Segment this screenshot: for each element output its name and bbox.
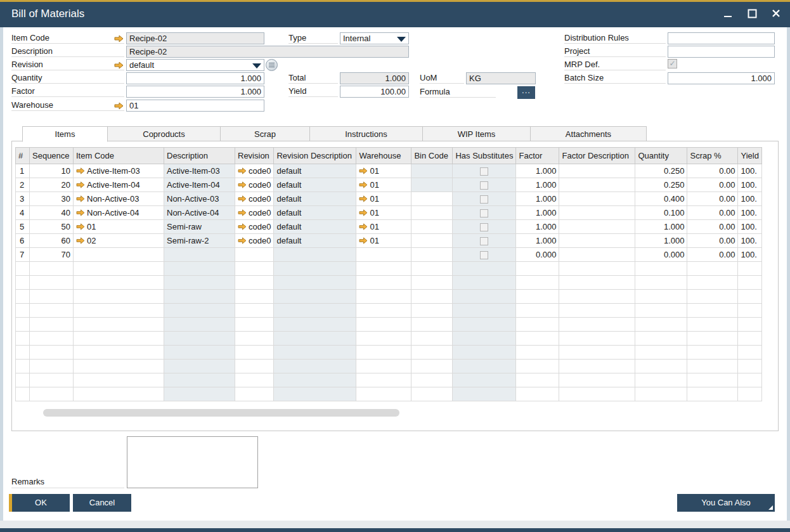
cell-bin-code[interactable] xyxy=(411,234,453,248)
cell-bin-code[interactable] xyxy=(411,346,453,360)
formula-browse-button[interactable]: ... xyxy=(517,86,535,99)
link-arrow-icon[interactable] xyxy=(359,209,368,216)
cell-sequence[interactable] xyxy=(30,332,74,346)
horizontal-scrollbar[interactable] xyxy=(43,409,399,417)
cell-warehouse[interactable] xyxy=(356,290,411,304)
cell-factor-description[interactable] xyxy=(559,290,635,304)
cell-item-code[interactable] xyxy=(74,276,164,290)
cell-revision-description[interactable]: default xyxy=(274,206,356,220)
cell-has-substitutes[interactable] xyxy=(453,332,516,346)
cell-factor[interactable] xyxy=(516,360,559,373)
cell-revision-description[interactable] xyxy=(274,346,356,360)
cell-yield[interactable] xyxy=(738,276,761,290)
cell-has-substitutes[interactable] xyxy=(453,206,516,220)
cell-sequence[interactable] xyxy=(30,318,74,332)
has-substitutes-checkbox[interactable] xyxy=(480,223,488,231)
cell-warehouse[interactable]: 01 xyxy=(356,178,411,192)
cell-revision-description[interactable]: default xyxy=(274,178,356,192)
column-header-description[interactable]: Description xyxy=(164,148,235,164)
cell-factor-description[interactable] xyxy=(559,178,635,192)
cell-item-code[interactable] xyxy=(74,290,164,304)
mrp-def-checkbox[interactable]: ✓ xyxy=(668,59,677,68)
cell-factor-description[interactable] xyxy=(559,220,635,234)
cell-revision[interactable] xyxy=(235,318,274,332)
tab-coproducts[interactable]: Coproducts xyxy=(108,126,221,141)
cell-yield[interactable] xyxy=(738,262,761,276)
type-dropdown-arrow-icon[interactable] xyxy=(397,37,406,42)
cell-revision-description[interactable] xyxy=(274,276,356,290)
cell-description[interactable] xyxy=(164,276,235,290)
cell-yield[interactable]: 100. xyxy=(738,248,761,262)
cell-has-substitutes[interactable] xyxy=(453,276,516,290)
cell-revision-description[interactable] xyxy=(274,304,356,318)
cell-warehouse[interactable] xyxy=(356,248,411,262)
column-header-row-number[interactable]: # xyxy=(16,148,30,164)
cell-factor-description[interactable] xyxy=(559,318,635,332)
cell-scrap-percent[interactable] xyxy=(687,387,738,401)
cell-description[interactable] xyxy=(164,290,235,304)
cell-description[interactable] xyxy=(164,373,235,387)
cell-quantity[interactable] xyxy=(635,332,687,346)
cell-description[interactable]: Semi-raw xyxy=(164,220,235,234)
cell-bin-code[interactable] xyxy=(411,304,453,318)
cell-revision-description[interactable]: default xyxy=(274,234,356,248)
column-header-warehouse[interactable]: Warehouse xyxy=(356,148,411,164)
cell-has-substitutes[interactable] xyxy=(453,360,516,373)
cell-scrap-percent[interactable] xyxy=(687,290,738,304)
link-arrow-icon[interactable] xyxy=(76,167,85,174)
cell-revision-description[interactable] xyxy=(274,360,356,373)
cell-revision[interactable] xyxy=(235,304,274,318)
cell-warehouse[interactable]: 01 xyxy=(356,206,411,220)
column-header-scrap-percent[interactable]: Scrap % xyxy=(687,148,738,164)
cell-bin-code[interactable] xyxy=(411,373,453,387)
cell-factor[interactable]: 0.000 xyxy=(516,248,559,262)
cell-warehouse[interactable] xyxy=(356,346,411,360)
cell-bin-code[interactable] xyxy=(411,262,453,276)
cell-has-substitutes[interactable] xyxy=(453,304,516,318)
item-code-link-arrow-icon[interactable] xyxy=(114,35,124,42)
has-substitutes-checkbox[interactable] xyxy=(480,251,488,259)
cell-has-substitutes[interactable] xyxy=(453,387,516,401)
cell-has-substitutes[interactable] xyxy=(453,192,516,206)
tab-scrap[interactable]: Scrap xyxy=(221,126,310,141)
cell-row-number[interactable] xyxy=(16,373,30,387)
cell-has-substitutes[interactable] xyxy=(453,373,516,387)
cell-sequence[interactable] xyxy=(30,373,74,387)
has-substitutes-checkbox[interactable] xyxy=(480,237,488,245)
cell-description[interactable]: Non-Active-03 xyxy=(164,192,235,206)
revision-dropdown-arrow-icon[interactable] xyxy=(252,63,261,68)
cell-revision[interactable] xyxy=(235,290,274,304)
cell-revision[interactable] xyxy=(235,360,274,373)
cell-description[interactable] xyxy=(164,346,235,360)
cell-yield[interactable] xyxy=(738,304,761,318)
cell-item-code[interactable]: Non-Active-04 xyxy=(74,206,164,220)
cell-item-code[interactable] xyxy=(74,373,164,387)
link-arrow-icon[interactable] xyxy=(238,181,247,188)
cell-factor-description[interactable] xyxy=(559,248,635,262)
cell-bin-code[interactable] xyxy=(411,220,453,234)
cell-yield[interactable] xyxy=(738,332,761,346)
cell-sequence[interactable]: 20 xyxy=(30,178,74,192)
cell-item-code[interactable]: Active-Item-04 xyxy=(74,178,164,192)
remarks-textarea[interactable] xyxy=(127,436,258,488)
maximize-icon[interactable] xyxy=(747,8,757,18)
cell-bin-code[interactable] xyxy=(411,164,453,178)
link-arrow-icon[interactable] xyxy=(76,209,85,216)
close-icon[interactable] xyxy=(771,8,781,18)
cell-warehouse[interactable] xyxy=(356,276,411,290)
cell-bin-code[interactable] xyxy=(411,387,453,401)
cell-item-code[interactable] xyxy=(74,387,164,401)
cell-revision[interactable] xyxy=(235,332,274,346)
cell-yield[interactable] xyxy=(738,346,761,360)
cell-factor[interactable] xyxy=(516,276,559,290)
cell-scrap-percent[interactable]: 0.00 xyxy=(687,206,738,220)
cell-quantity[interactable] xyxy=(635,304,687,318)
cell-revision[interactable]: code0 xyxy=(235,234,274,248)
cell-row-number[interactable]: 5 xyxy=(16,220,30,234)
cell-revision[interactable] xyxy=(235,387,274,401)
cell-revision-description[interactable] xyxy=(274,387,356,401)
link-arrow-icon[interactable] xyxy=(359,237,368,244)
cell-quantity[interactable] xyxy=(635,373,687,387)
cancel-button[interactable]: Cancel xyxy=(73,494,131,512)
column-header-sequence[interactable]: Sequence xyxy=(30,148,74,164)
